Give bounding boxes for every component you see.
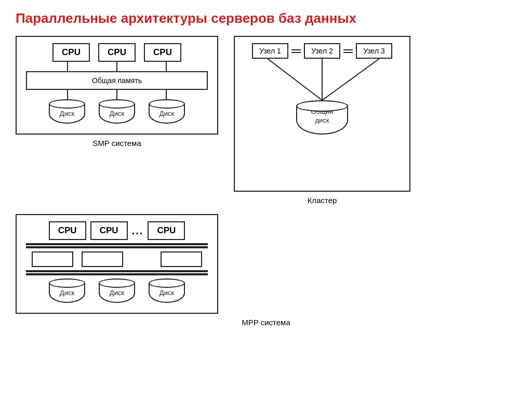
svg-line-2 <box>322 59 379 100</box>
mpp-cpu-1: CPU <box>49 221 86 240</box>
svg-line-0 <box>268 59 322 100</box>
double-line-2 <box>343 49 353 53</box>
double-line-1 <box>291 49 301 53</box>
mpp-disk-3: Диск <box>146 278 188 308</box>
cluster-node-3: Узел 3 <box>356 43 392 59</box>
cluster-diagram: Узел 1 Узел 2 Узел 3 <box>234 36 410 205</box>
cluster-shared-disk: Общий диск <box>296 100 348 140</box>
smp-disk-1: Диск <box>46 99 88 128</box>
smp-label: SMP система <box>16 139 218 148</box>
smp-cpu-2: CPU <box>98 43 136 62</box>
mpp-mem-2 <box>82 251 123 267</box>
mpp-cpu-3: CPU <box>148 221 185 240</box>
smp-shared-memory: Общая память <box>26 71 208 90</box>
mpp-dots: ... <box>132 225 144 237</box>
smp-diagram: CPU CPU CPU Общая память <box>16 36 218 205</box>
mpp-diagram: CPU CPU ... CPU Диск <box>16 214 516 327</box>
mpp-disk-1: Диск <box>46 278 88 308</box>
smp-cpu-3: CPU <box>144 43 181 62</box>
mpp-disk-2: Диск <box>96 278 138 308</box>
smp-disk-3: Диск <box>146 99 188 128</box>
mpp-mem-1 <box>32 251 73 267</box>
mpp-mem-3 <box>161 251 202 267</box>
mpp-label: MPP система <box>16 318 516 327</box>
mpp-cpu-2: CPU <box>90 221 128 240</box>
page-title: Параллельные архитектуры серверов баз да… <box>16 10 516 26</box>
cluster-node-1: Узел 1 <box>252 43 288 59</box>
smp-disk-2: Диск <box>96 99 138 128</box>
cluster-node-2: Узел 2 <box>304 43 340 59</box>
smp-cpu-1: CPU <box>52 43 90 62</box>
cluster-label: Кластер <box>234 196 410 205</box>
